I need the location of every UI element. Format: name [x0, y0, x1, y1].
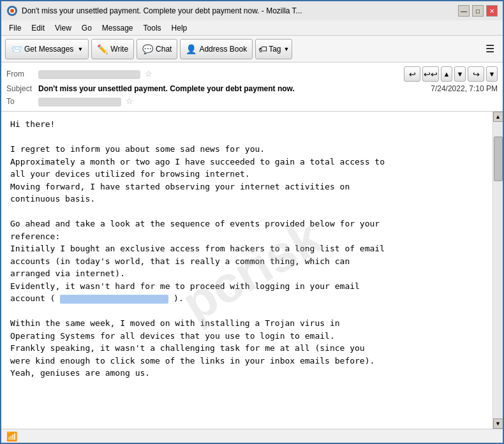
to-email-blurred [38, 98, 121, 107]
to-row: To ☆ [6, 94, 498, 108]
paragraph-3: Within the same week, I moved on with in… [10, 317, 484, 380]
menu-bar: File Edit View Go Message Tools Help [1, 20, 503, 36]
get-messages-label: Get Messages [24, 45, 73, 54]
address-book-button[interactable]: 👤 Address Book [180, 39, 253, 59]
email-link-blurred [60, 295, 168, 304]
scroll-track[interactable] [494, 122, 503, 418]
subject-row: Subject Don't miss your unsettled paymen… [6, 83, 498, 94]
paragraph-2: Go ahead and take a look at the sequence… [10, 218, 484, 305]
app-icon [6, 5, 18, 17]
window-controls: — □ ✕ [458, 5, 498, 17]
tag-button[interactable]: 🏷 Tag ▼ [255, 39, 292, 59]
forward-button[interactable]: ↪ [468, 66, 484, 82]
from-value: ☆ [38, 69, 404, 79]
scroll-down-arrow[interactable]: ▼ [493, 418, 503, 429]
maximize-button[interactable]: □ [472, 5, 484, 17]
address-book-icon: 👤 [186, 44, 196, 54]
menu-edit[interactable]: Edit [26, 22, 50, 34]
to-value: ☆ [38, 96, 498, 107]
chat-icon: 💬 [142, 44, 153, 54]
from-label: From [6, 70, 38, 78]
to-star-icon[interactable]: ☆ [126, 96, 133, 106]
from-star-icon[interactable]: ☆ [145, 69, 152, 78]
paragraph-1: I regret to inform you about some sad ne… [10, 143, 484, 205]
status-icon: 📶 [6, 431, 17, 441]
tag-label: Tag [269, 45, 281, 54]
reply-all-button[interactable]: ↩↩ [422, 66, 439, 82]
scroll-thumb[interactable] [494, 137, 503, 181]
address-book-label: Address Book [199, 45, 247, 54]
from-row: From ☆ ↩ ↩↩ ▲ ▼ ↪ ▼ [6, 65, 498, 83]
prev-button[interactable]: ▲ [441, 66, 452, 82]
main-window: File Edit View Go Message Tools Help 📨 G… [0, 20, 504, 444]
email-body-container: pcrisk Hi there! I regret to inform you … [1, 112, 503, 429]
status-bar: 📶 [1, 429, 503, 443]
write-button[interactable]: ✏️ Write [91, 39, 134, 59]
scrollbar[interactable]: ▲ ▼ [493, 112, 503, 429]
to-label: To [6, 97, 38, 106]
email-header: From ☆ ↩ ↩↩ ▲ ▼ ↪ ▼ Subject Don't miss y… [1, 63, 503, 112]
from-email-blurred [38, 70, 140, 79]
title-bar: Don't miss your unsettled payment. Compl… [0, 0, 504, 20]
next-button[interactable]: ▼ [454, 66, 466, 82]
email-body[interactable]: pcrisk Hi there! I regret to inform you … [1, 112, 493, 429]
svg-point-2 [10, 9, 14, 13]
menu-help[interactable]: Help [167, 22, 193, 34]
menu-tools[interactable]: Tools [138, 22, 167, 34]
menu-file[interactable]: File [4, 22, 26, 34]
greeting: Hi there! [10, 118, 484, 131]
menu-view[interactable]: View [50, 22, 77, 34]
get-messages-chevron[interactable]: ▼ [77, 46, 83, 52]
chat-button[interactable]: 💬 Chat [137, 39, 177, 59]
email-actions: ↩ ↩↩ ▲ ▼ ↪ ▼ [404, 66, 498, 82]
reply-button[interactable]: ↩ [404, 66, 420, 82]
hamburger-menu[interactable]: ☰ [481, 40, 499, 58]
minimize-button[interactable]: — [458, 5, 470, 17]
menu-message[interactable]: Message [97, 22, 138, 34]
get-messages-button[interactable]: 📨 Get Messages ▼ [5, 39, 89, 59]
tag-chevron: ▼ [284, 46, 290, 52]
write-label: Write [110, 45, 128, 54]
get-messages-icon: 📨 [11, 44, 22, 54]
subject-text: Don't miss your unsettled payment. Compl… [38, 84, 431, 93]
more-button[interactable]: ▼ [486, 66, 498, 82]
close-button[interactable]: ✕ [486, 5, 498, 17]
scroll-up-arrow[interactable]: ▲ [493, 112, 503, 122]
tag-icon: 🏷 [258, 44, 267, 54]
toolbar: 📨 Get Messages ▼ ✏️ Write 💬 Chat 👤 Addre… [1, 36, 503, 63]
menu-go[interactable]: Go [77, 22, 97, 34]
chat-label: Chat [156, 45, 172, 54]
date-text: 7/24/2022, 7:10 PM [431, 84, 498, 93]
write-icon: ✏️ [97, 44, 108, 54]
subject-label: Subject [6, 84, 38, 93]
window-title: Don't miss your unsettled payment. Compl… [22, 6, 458, 15]
